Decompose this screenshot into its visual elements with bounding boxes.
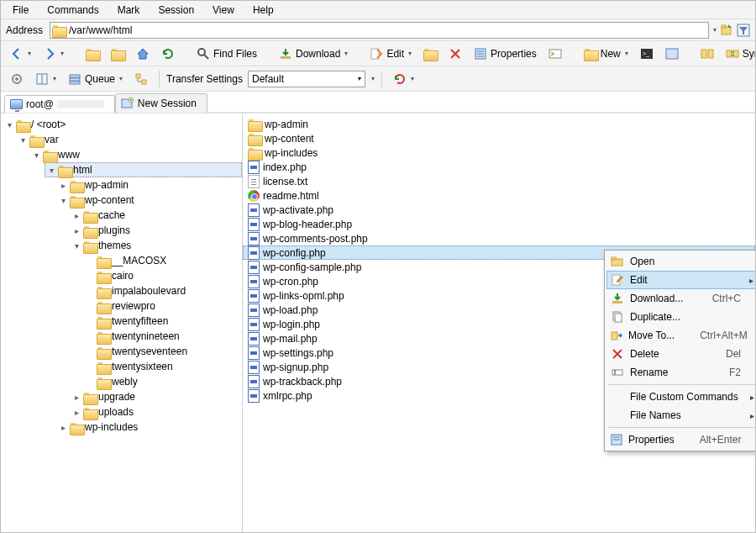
putty-button[interactable] <box>661 44 683 64</box>
context-menu-item[interactable]: RenameF2 <box>606 363 755 382</box>
file-row[interactable]: wp-content <box>243 131 755 145</box>
forward-button[interactable]: ▾ <box>39 44 68 64</box>
tree-item[interactable]: ▸wp-includes <box>58 420 242 435</box>
new-folder-button[interactable] <box>419 44 441 64</box>
menu-mark[interactable]: Mark <box>109 3 149 18</box>
tree-item[interactable]: twentyseventeen <box>85 344 242 359</box>
tree-html[interactable]: ▾html <box>45 162 242 177</box>
tree-item[interactable]: ▸wp-admin <box>58 177 242 193</box>
file-row[interactable]: wp-activate.php <box>243 203 755 217</box>
find-files-button[interactable]: Find Files <box>192 44 261 64</box>
menu-commands[interactable]: Commands <box>39 3 107 18</box>
transfer-dropdown-icon[interactable]: ▾ <box>371 75 375 82</box>
file-name: wp-config-sample.php <box>263 261 361 273</box>
context-menu-item[interactable]: File Names <box>606 406 755 425</box>
context-menu-item[interactable]: DeleteDel <box>606 345 755 363</box>
php-file-icon <box>248 275 260 288</box>
console-button[interactable]: >_ <box>636 44 658 64</box>
context-menu-item[interactable]: Download...Ctrl+C <box>606 289 755 308</box>
tree-var[interactable]: ▾var <box>18 132 242 147</box>
svg-rect-33 <box>612 257 616 260</box>
file-row[interactable]: license.txt <box>243 174 755 188</box>
tree-item[interactable]: webly <box>85 374 242 389</box>
tree-item[interactable]: ▾themes <box>71 238 242 253</box>
svg-rect-37 <box>615 314 622 322</box>
tree-item[interactable]: twentynineteen <box>85 329 242 344</box>
file-row[interactable]: index.php <box>243 160 755 174</box>
delete-button[interactable] <box>444 44 466 64</box>
keepalive-button[interactable]: ▾ <box>389 69 418 89</box>
php-file-icon <box>248 261 260 274</box>
file-row[interactable]: wp-comments-post.php <box>243 231 755 245</box>
settings-button[interactable] <box>6 69 28 89</box>
tree-item[interactable]: __MACOSX <box>85 253 242 268</box>
menu-view[interactable]: View <box>204 3 243 18</box>
context-menu-item[interactable]: Open <box>606 252 755 271</box>
new-button[interactable]: New▾ <box>580 44 633 64</box>
svg-rect-25 <box>70 82 80 84</box>
file-row[interactable]: wp-blog-header.php <box>243 217 755 231</box>
tree-item[interactable]: ▾wp-content <box>58 193 242 208</box>
new-session-tab[interactable]: New Session <box>115 93 207 113</box>
menu-session[interactable]: Session <box>150 3 202 18</box>
folder-icon <box>97 256 110 267</box>
context-menu-item[interactable]: Duplicate... <box>606 308 755 326</box>
address-dropdown-icon[interactable]: ▾ <box>713 26 717 34</box>
menu-file[interactable]: File <box>4 3 37 18</box>
file-name: license.txt <box>263 176 307 187</box>
php-file-icon <box>248 161 260 174</box>
session-host-redacted <box>57 100 104 108</box>
address-input[interactable]: /var/www/html <box>50 22 709 39</box>
directory-tree[interactable]: ▾/ <root> ▾var ▾www ▾html ▸wp-admin▾wp-c… <box>1 113 243 532</box>
edit-button[interactable]: Edit▾ <box>365 44 416 64</box>
root-folder-button[interactable] <box>107 44 129 64</box>
context-menu-item[interactable]: Move To...Ctrl+Alt+M <box>606 326 755 345</box>
tree-www[interactable]: ▾www <box>31 147 242 162</box>
address-label: Address <box>6 24 43 36</box>
context-menu-item[interactable]: File Custom Commands <box>606 388 755 406</box>
edit-icon <box>610 273 625 287</box>
tree-item[interactable]: reviewpro <box>85 298 242 314</box>
compare-button[interactable] <box>696 44 718 64</box>
tree-item[interactable]: cairo <box>85 268 242 283</box>
main-toolbar: ▾ ▾ Find Files Download▾ Edit▾ Propertie… <box>1 41 755 66</box>
queue-button[interactable]: Queue▾ <box>64 69 127 89</box>
filter-icon[interactable] <box>737 24 750 37</box>
terminal-button[interactable] <box>544 44 566 64</box>
file-row[interactable]: readme.html <box>243 188 755 203</box>
new-session-icon <box>121 97 134 110</box>
context-menu-item[interactable]: PropertiesAlt+Enter <box>606 430 755 449</box>
tree-item[interactable]: ▸uploads <box>71 404 242 420</box>
file-row[interactable]: wp-admin <box>243 117 755 131</box>
menu-help[interactable]: Help <box>244 3 282 18</box>
home-button[interactable] <box>132 44 154 64</box>
parent-folder-button[interactable] <box>81 44 103 64</box>
tree-item[interactable]: ▸cache <box>71 208 242 223</box>
tree-item[interactable]: ▸plugins <box>71 223 242 238</box>
tree-item[interactable]: impalaboulevard <box>85 283 242 298</box>
file-row[interactable]: wp-includes <box>243 145 755 160</box>
tree-item[interactable]: twentyfifteen <box>85 314 242 329</box>
session-tab-active[interactable]: root@ <box>4 95 115 113</box>
properties-button[interactable]: Properties <box>470 44 541 64</box>
tree-toggle-button[interactable] <box>130 69 152 89</box>
tree-item[interactable]: twentysixteen <box>85 359 242 374</box>
file-name: wp-activate.php <box>263 204 333 216</box>
secondary-toolbar: ▾ Queue▾ Transfer Settings Default▾ ▾ ▾ <box>1 66 755 92</box>
back-button[interactable]: ▾ <box>6 44 35 64</box>
go-icon[interactable] <box>720 24 733 37</box>
context-menu-item[interactable]: Edit <box>606 271 755 289</box>
tree-item[interactable]: ▸upgrade <box>71 389 242 404</box>
transfer-settings-select[interactable]: Default▾ <box>248 71 365 87</box>
folder-icon <box>70 196 83 207</box>
file-name: wp-mail.php <box>263 333 318 345</box>
synchronize-button[interactable]: Synchronize <box>722 44 756 64</box>
download-button[interactable]: Download▾ <box>275 44 352 64</box>
svg-rect-35 <box>612 301 622 303</box>
layout-button[interactable]: ▾ <box>31 69 60 89</box>
context-menu[interactable]: OpenEditDownload...Ctrl+CDuplicate...Mov… <box>604 250 755 451</box>
file-name: readme.html <box>263 190 319 202</box>
refresh-button[interactable] <box>157 44 179 64</box>
folder-icon <box>97 362 110 373</box>
tree-root[interactable]: ▾/ <root> <box>4 117 242 132</box>
